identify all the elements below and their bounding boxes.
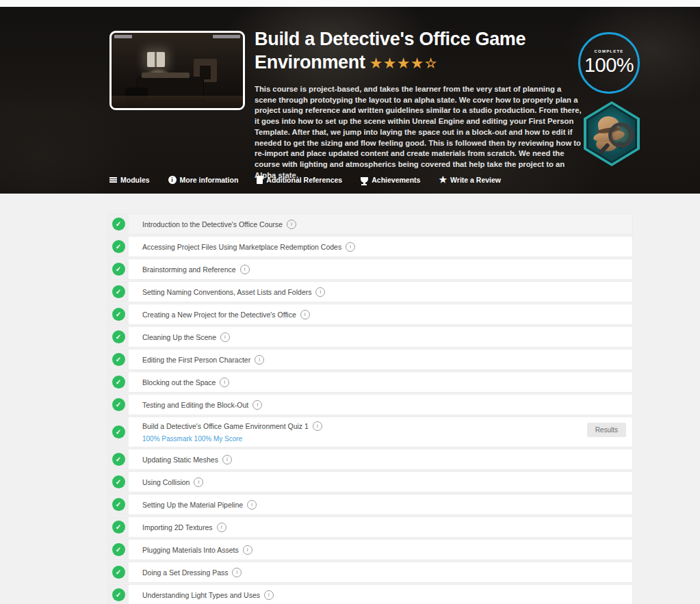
module-row[interactable]: Doing a Set Dressing Pass	[107, 562, 633, 583]
complete-check-icon	[112, 521, 125, 534]
module-info-icon[interactable]	[217, 523, 226, 532]
tab-write-a-review[interactable]: Write a Review	[439, 176, 501, 184]
progress-value: 100%	[584, 54, 634, 77]
module-title[interactable]: Setting Naming Conventions, Asset Lists …	[142, 288, 311, 296]
module-info-icon[interactable]	[222, 455, 232, 464]
module-info-icon[interactable]	[346, 242, 355, 252]
tab-achievements[interactable]: Achievements	[361, 176, 420, 184]
module-title[interactable]: Importing 2D Textures	[142, 523, 213, 531]
menu-icon	[109, 177, 117, 179]
complete-check-icon	[112, 285, 125, 298]
module-title[interactable]: Blocking out the Space	[142, 378, 216, 386]
module-title[interactable]: Build a Detective's Office Game Environm…	[142, 422, 309, 430]
module-title[interactable]: Understanding Light Types and Uses	[142, 591, 260, 599]
module-info-icon[interactable]	[300, 310, 310, 319]
module-info-icon[interactable]	[313, 421, 322, 431]
module-list: Introduction to the Detective's Office C…	[107, 213, 633, 604]
module-row[interactable]: Updating Static Meshes	[107, 449, 633, 470]
module-row[interactable]: Plugging Materials Into Assets	[107, 539, 633, 560]
tab-label: Write a Review	[450, 176, 501, 184]
module-info-icon[interactable]	[315, 287, 325, 297]
module-row[interactable]: Accessing Project Files Using Marketplac…	[107, 236, 633, 257]
course-tab-bar: Modules More information Additional Refe…	[109, 176, 501, 184]
module-info-icon[interactable]	[243, 545, 252, 555]
complete-check-icon	[112, 353, 125, 366]
module-title[interactable]: Plugging Materials Into Assets	[142, 546, 239, 554]
info-icon	[168, 176, 177, 184]
star-icon	[439, 176, 447, 184]
thumbnail-overlay-stats	[114, 35, 132, 38]
module-row[interactable]: Testing and Editing the Block-Out	[107, 394, 633, 415]
module-info-icon[interactable]	[247, 500, 257, 510]
module-title[interactable]: Creating a New Project for the Detective…	[142, 311, 296, 319]
module-row[interactable]: Editing the First Person Character	[107, 349, 633, 370]
complete-check-icon	[112, 308, 125, 321]
module-info-icon[interactable]	[287, 220, 296, 229]
module-title[interactable]: Setting Up the Material Pipeline	[142, 501, 243, 509]
tab-modules[interactable]: Modules	[109, 176, 150, 184]
tab-label: Additional References	[266, 176, 342, 184]
module-info-icon[interactable]	[232, 568, 242, 577]
check-column	[108, 350, 129, 369]
check-column	[108, 327, 129, 347]
course-description: This course is project-based, and takes …	[255, 84, 582, 181]
module-row[interactable]: Build a Detective's Office Game Environm…	[107, 417, 633, 447]
quiz-score-link[interactable]: 100% Passmark 100% My Score	[142, 435, 587, 443]
complete-check-icon	[112, 543, 125, 556]
complete-check-icon	[112, 376, 125, 389]
check-column	[108, 562, 129, 582]
complete-check-icon	[112, 588, 125, 601]
check-column	[108, 395, 129, 415]
progress-circle: COMPLETE 100%	[578, 32, 640, 94]
complete-check-icon	[112, 475, 125, 488]
modules-panel: Introduction to the Detective's Office C…	[0, 194, 700, 604]
module-row[interactable]: Introduction to the Detective's Office C…	[107, 213, 633, 235]
magnifying-glass-icon	[608, 122, 634, 148]
module-row[interactable]: Importing 2D Textures	[107, 516, 633, 538]
tab-label: Achievements	[372, 176, 420, 184]
module-row[interactable]: Setting Up the Material Pipeline	[107, 494, 633, 515]
check-column	[108, 282, 129, 302]
check-column	[108, 517, 129, 537]
module-row[interactable]: Blocking out the Space	[107, 371, 633, 393]
complete-check-icon	[112, 330, 125, 343]
module-title[interactable]: Brainstorming and Reference	[142, 265, 236, 274]
module-info-icon[interactable]	[264, 590, 274, 600]
module-info-icon[interactable]	[194, 477, 203, 487]
module-row[interactable]: Using Collision	[107, 471, 633, 493]
module-title[interactable]: Testing and Editing the Block-Out	[142, 401, 248, 409]
complete-check-icon	[112, 240, 125, 253]
complete-check-icon	[112, 566, 125, 579]
module-info-icon[interactable]	[220, 332, 230, 342]
tab-label: Modules	[120, 176, 150, 184]
check-column	[108, 214, 129, 234]
rating-stars[interactable]: ★★★★☆	[370, 56, 439, 70]
course-thumbnail[interactable]	[109, 31, 245, 110]
tab-more-information[interactable]: More information	[168, 176, 239, 184]
module-title[interactable]: Updating Static Meshes	[142, 456, 218, 464]
module-row[interactable]: Cleaning Up the Scene	[107, 326, 633, 347]
module-title[interactable]: Introduction to the Detective's Office C…	[142, 220, 283, 228]
module-row[interactable]: Setting Naming Conventions, Asset Lists …	[107, 281, 633, 302]
module-title[interactable]: Using Collision	[142, 478, 190, 486]
course-title: Build a Detective's Office Game Environm…	[255, 27, 582, 75]
trophy-icon	[361, 177, 368, 183]
module-row[interactable]: Brainstorming and Reference	[107, 259, 633, 280]
module-row[interactable]: Understanding Light Types and Uses	[107, 584, 633, 604]
course-hero: Build a Detective's Office Game Environm…	[0, 7, 700, 194]
module-title[interactable]: Cleaning Up the Scene	[142, 333, 216, 341]
module-info-icon[interactable]	[220, 378, 229, 387]
tab-additional-references[interactable]: Additional References	[257, 176, 342, 184]
module-title[interactable]: Doing a Set Dressing Pass	[142, 568, 228, 577]
module-title[interactable]: Accessing Project Files Using Marketplac…	[142, 243, 341, 251]
module-row[interactable]: Creating a New Project for the Detective…	[107, 304, 633, 325]
module-title[interactable]: Editing the First Person Character	[142, 356, 250, 364]
results-button[interactable]: Results	[587, 423, 626, 437]
module-info-icon[interactable]	[255, 355, 264, 365]
module-info-icon[interactable]	[252, 400, 262, 410]
module-info-icon[interactable]	[240, 265, 250, 274]
achievement-badge[interactable]	[584, 101, 640, 166]
top-strip	[0, 0, 700, 7]
complete-check-icon	[112, 453, 125, 466]
check-column	[108, 495, 129, 514]
